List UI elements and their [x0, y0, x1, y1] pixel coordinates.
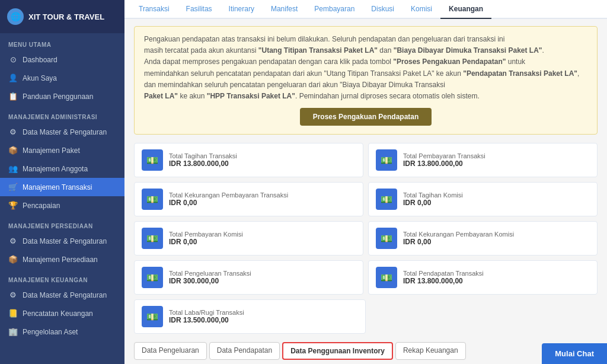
sidebar-item-manajemen-paket[interactable]: 📦 Manajemen Paket [0, 141, 124, 159]
stat-label: Total Pembayaran Transaksi [403, 152, 485, 159]
sidebar-item-label: Data Master & Pengaturan [23, 291, 107, 299]
sidebar-item-pencatatan-keuangan[interactable]: 📒 Pencatatan Keuangan [0, 304, 124, 323]
sidebar-item-akun-saya[interactable]: 👤 Akun Saya [0, 69, 124, 87]
stat-laba-rugi: 💵 Total Laba/Rugi Transaksi IDR 13.500.0… [134, 299, 366, 334]
sidebar-item-label: Data Master & Pengaturan [23, 237, 107, 245]
group-icon: 👥 [8, 164, 18, 173]
stat-value: IDR 13.800.000,00 [169, 159, 237, 168]
money-icon-1: 💵 [142, 149, 163, 171]
sub-tab-data-penggunaan-inventory[interactable]: Data Penggunaan Inventory [282, 342, 393, 360]
dashboard-icon: ⊙ [8, 55, 18, 64]
content-area: Pengakuan pendapatan atas transaksi ini … [124, 19, 607, 364]
stat-label: Total Pembayaran Komisi [169, 231, 243, 238]
stat-pembayaran-komisi: 💵 Total Pembayaran Komisi IDR 0,00 [134, 221, 363, 256]
stat-value: IDR 0,00 [403, 238, 514, 246]
gear-icon2: ⚙ [8, 237, 18, 245]
stat-total-tagihan: 💵 Total Tagihan Transaksi IDR 13.800.000… [134, 143, 363, 177]
sidebar-item-label: Manajemen Paket [23, 146, 80, 155]
stat-value: IDR 0,00 [403, 199, 463, 207]
tab-pembayaran[interactable]: Pembayaran [306, 0, 363, 19]
stat-pengeluaran: 💵 Total Pengeluaran Transaksi IDR 300.00… [134, 260, 363, 295]
stat-value: IDR 13.800.000,00 [403, 277, 484, 285]
stat-label: Total Kekurangan Pembayaran Komisi [403, 231, 514, 238]
sidebar-item-label: Data Master & Pengaturan [23, 128, 107, 136]
trophy-icon: 🏆 [8, 201, 18, 210]
sidebar-item-label: Dashboard [23, 56, 57, 64]
tab-fasilitas[interactable]: Fasilitas [178, 0, 221, 19]
info-line4: memindahkan seluruh pencatatan pendapata… [144, 68, 587, 91]
stat-total-pembayaran: 💵 Total Pembayaran Transaksi IDR 13.800.… [368, 143, 598, 177]
stats-grid: 💵 Total Tagihan Transaksi IDR 13.800.000… [134, 143, 598, 334]
money-icon-4: 💵 [376, 189, 397, 210]
sidebar-item-label: Manajemen Transaksi [23, 183, 92, 191]
top-nav: Transaksi Fasilitas Itinerary Manifest P… [124, 0, 607, 19]
main-content: Transaksi Fasilitas Itinerary Manifest P… [124, 0, 607, 364]
money-icon-8: 💵 [376, 267, 397, 288]
tab-manifest[interactable]: Manifest [263, 0, 306, 19]
menu-utama-title: MENU UTAMA [0, 33, 124, 50]
process-btn[interactable]: Proses Pengakuan Pendapatan [300, 108, 432, 126]
info-line1: Pengakuan pendapatan atas transaksi ini … [144, 34, 587, 45]
tab-transaksi[interactable]: Transaksi [130, 0, 178, 19]
stat-pendapatan: 💵 Total Pendapatan Transaksi IDR 13.800.… [368, 260, 598, 295]
tab-diskusi[interactable]: Diskusi [363, 0, 402, 19]
info-line3: Anda dapat memproses pengakuan pendapata… [144, 56, 587, 68]
manajemen-keuangan-title: MANAJEMEN KEUANGAN [0, 269, 124, 286]
info-line2: masih tercatat pada akun akuntansi "Utan… [144, 45, 587, 56]
building-icon: 🏢 [8, 327, 18, 336]
stat-value: IDR 13.500.000,00 [169, 316, 244, 324]
chat-button[interactable]: Mulai Chat [542, 343, 607, 364]
gear-icon: ⚙ [8, 127, 18, 136]
sidebar-item-panduan[interactable]: 📋 Panduan Penggunaan [0, 87, 124, 106]
stat-label: Total Laba/Rugi Transaksi [169, 309, 244, 316]
gear-icon3: ⚙ [8, 290, 18, 299]
money-icon-6: 💵 [376, 228, 397, 249]
package-icon2: 📦 [8, 255, 18, 264]
stat-kekurangan-pembayaran: 💵 Total Kekurangan Pembayaran Transaksi … [134, 182, 363, 216]
sidebar-item-dashboard[interactable]: ⊙ Dashboard [0, 50, 124, 69]
money-icon-5: 💵 [142, 228, 163, 249]
sidebar-item-data-master-persediaan[interactable]: ⚙ Data Master & Pengaturan [0, 232, 124, 250]
sub-tabs: Data Pengeluaran Data Pendapatan Data Pe… [134, 342, 598, 360]
sub-tab-rekap-keuangan[interactable]: Rekap Keuangan [395, 342, 466, 360]
sub-tab-data-pendapatan[interactable]: Data Pendapatan [209, 342, 280, 360]
stat-value: IDR 13.800.000,00 [403, 159, 485, 168]
sidebar-item-manajemen-transaksi[interactable]: 🛒 Manajemen Transaksi [0, 178, 124, 196]
ledger-icon: 📒 [8, 309, 18, 318]
sidebar-item-label: Pengelolaan Aset [23, 328, 78, 336]
tab-komisi[interactable]: Komisi [402, 0, 440, 19]
money-icon-3: 💵 [142, 189, 163, 210]
stat-tagihan-komisi: 💵 Total Tagihan Komisi IDR 0,00 [368, 182, 598, 216]
app-name: XIT TOUR & TRAVEL [28, 12, 104, 21]
info-line5: Paket LA" ke akun "HPP Transaksi Paket L… [144, 91, 587, 102]
tab-itinerary[interactable]: Itinerary [221, 0, 263, 19]
book-icon: 📋 [8, 92, 18, 101]
sidebar-item-label: Akun Saya [23, 74, 57, 82]
stat-value: IDR 0,00 [169, 238, 243, 246]
sidebar-item-data-master-admin[interactable]: ⚙ Data Master & Pengaturan [0, 123, 124, 141]
sidebar-item-data-master-keuangan[interactable]: ⚙ Data Master & Pengaturan [0, 286, 124, 304]
sidebar: 🌐 XIT TOUR & TRAVEL MENU UTAMA ⊙ Dashboa… [0, 0, 124, 364]
sidebar-item-pencapaian[interactable]: 🏆 Pencapaian [0, 196, 124, 215]
cart-icon: 🛒 [8, 183, 18, 191]
tab-keuangan[interactable]: Keuangan [440, 0, 491, 19]
sidebar-item-label: Pencapaian [23, 202, 60, 210]
sidebar-item-label: Pencatatan Keuangan [23, 309, 93, 318]
stat-label: Total Tagihan Transaksi [169, 152, 237, 159]
sub-tab-data-pengeluaran[interactable]: Data Pengeluaran [134, 342, 207, 360]
money-icon-2: 💵 [376, 149, 397, 171]
sidebar-item-manajemen-anggota[interactable]: 👥 Manajemen Anggota [0, 159, 124, 178]
stat-value: IDR 0,00 [169, 199, 288, 207]
user-icon: 👤 [8, 74, 18, 82]
sidebar-item-pengelolaan-aset[interactable]: 🏢 Pengelolaan Aset [0, 323, 124, 341]
stat-label: Total Pendapatan Transaksi [403, 270, 484, 277]
money-icon-9: 💵 [142, 306, 163, 327]
logo-icon: 🌐 [7, 8, 24, 25]
stat-label: Total Kekurangan Pembayaran Transaksi [169, 191, 288, 199]
manajemen-persediaan-title: MANAJEMEN PERSEDIAAN [0, 215, 124, 232]
sidebar-item-manajemen-persediaan[interactable]: 📦 Manajemen Persediaan [0, 250, 124, 269]
info-box: Pengakuan pendapatan atas transaksi ini … [134, 26, 598, 135]
money-icon-7: 💵 [142, 267, 163, 288]
package-icon: 📦 [8, 146, 18, 155]
stat-label: Total Tagihan Komisi [403, 191, 463, 199]
